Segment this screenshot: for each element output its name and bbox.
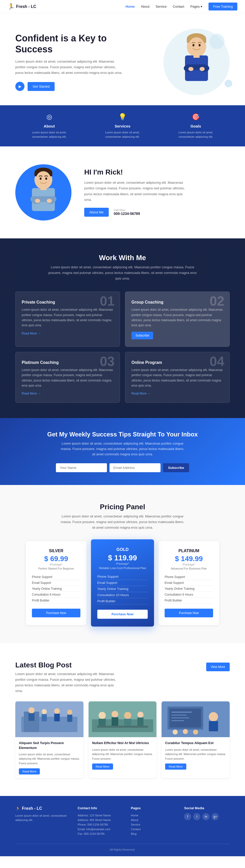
about-person-svg [19,165,68,219]
purchase-platinum-button[interactable]: Purchase Now [165,609,213,617]
footer-contact-1: Address: 123 Street Name [78,813,123,818]
footer-page-4[interactable]: Contact [131,827,177,832]
view-more-button[interactable]: View More [206,662,230,671]
nav-contact[interactable]: Contact [173,5,184,8]
blog-read-btn-2[interactable]: Read More [92,764,113,770]
feature-platinum-1: Phone Support [165,574,213,580]
newsletter-name-input[interactable] [56,463,107,472]
plan-per-gold: /Package* [97,562,148,565]
feature-platinum-5: Profit Builder [165,598,213,603]
svg-rect-54 [172,715,187,715]
logo-text: Fresh - LC [16,4,36,9]
blog-description: Lorem ipsum dolor sit amet, consectetuer… [15,671,117,694]
blog-card-3: Curabitur Tempus Aliquam Est Lorem ipsum… [162,702,230,778]
work-grid: 01 Private Coaching Lorem ipsum dolor si… [15,291,230,403]
logo-icon: 🏃 [8,3,14,10]
goals-icon: 🎯 [192,113,200,121]
about-text: HI I'm Rick! Lorem ipsum dolor sit amet,… [84,168,186,216]
plan-name-platinum: PLATINUM [165,549,213,553]
footer-page-5[interactable]: Blog [131,832,177,836]
footer-logo: 🏃 Fresh - LC [15,806,70,811]
svg-point-33 [54,708,60,714]
stat-services-title: Services [114,124,131,128]
nav-service[interactable]: Service [156,5,167,8]
plan-price-silver: $ 69.99 [32,555,80,563]
svg-point-11 [193,44,195,46]
blog-post-desc-3: Lorem ipsum dolor sit amet, consectetuer… [165,748,226,761]
stats-bar: ◎ About Lorem ipsum dolor sit amet, cons… [0,105,245,147]
footer-contact-3: Phone: 000-1234-56789 [78,822,123,827]
svg-point-41 [111,711,118,717]
about-icon: ◎ [46,113,52,121]
plan-features-gold: Phone Support Email Support Yearly Onlin… [97,574,148,604]
work-card-btn-1[interactable]: Read More → [22,332,41,335]
svg-point-51 [209,712,218,721]
blog-content-3: Curabitur Tempus Aliquam Est Lorem ipsum… [162,737,230,773]
footer-page-2[interactable]: About [131,818,177,822]
work-card-desc-2: Lorem ipsum dolor sit amet, consectetuer… [132,307,223,328]
svg-point-39 [99,712,106,719]
svg-rect-18 [40,187,46,190]
nav-about[interactable]: About [141,5,149,8]
plan-name-gold: GOLD [97,547,148,552]
stat-about: ◎ About Lorem ipsum dolor sit amet, cons… [15,113,83,139]
footer-pages-title: Pages [131,806,177,810]
footer-contact-4: Email: info@example.com [78,827,123,832]
newsletter-subscribe-button[interactable]: Subscribe [163,463,189,472]
work-card-btn-4[interactable]: Read More → [132,392,150,395]
blog-post-desc-2: Lorem ipsum dolor sit amet, consectetuer… [92,748,153,761]
get-started-button[interactable]: Get Started [28,82,55,91]
social-facebook-icon[interactable]: f [184,813,191,820]
feature-platinum-4: Consultation 6 Hours [165,592,213,598]
feature-gold-1: Phone Support [97,574,148,580]
stat-about-title: About [44,124,55,128]
work-card-4: 04 Online Program Lorem ipsum dolor sit … [125,352,230,403]
newsletter-email-input[interactable] [109,463,161,472]
blog-title: Latest Blog Post [15,661,117,669]
svg-rect-56 [172,720,184,721]
work-card-desc-1: Lorem ipsum dolor sit amet, consectetuer… [22,307,113,328]
svg-point-58 [183,729,188,734]
social-linkedin-icon[interactable]: in [202,813,210,820]
footer-contact: Contact Info Address: 123 Street Name Ad… [78,806,123,836]
hero-image [163,29,230,95]
stat-goals-title: Goals [190,124,201,128]
blog-read-btn-1[interactable]: Read More [19,768,40,774]
feature-gold-4: Consultation 10 Hours [97,592,148,598]
nav-home[interactable]: Home [126,5,135,8]
svg-rect-30 [28,713,34,721]
plan-price-gold: $ 119.99 [97,554,148,562]
plan-price-platinum: $ 149.99 [165,555,213,563]
work-inner: Work With Me Lorem ipsum dolor sit amet,… [15,254,230,403]
newsletter-title: Get My Weekly Success Tips Straight To Y… [15,431,230,438]
pricing-title: Pricing Panel [15,503,230,511]
blog-card-2: Nullam Efficitur Nisl At Nisl Ultricies … [89,702,157,778]
svg-point-45 [137,712,143,718]
work-card-btn-3[interactable]: Read More → [22,392,41,395]
nav-pages[interactable]: Pages ▾ [190,5,202,8]
work-header: Work With Me Lorem ipsum dolor sit amet,… [15,254,230,281]
social-twitter-icon[interactable]: t [193,813,200,820]
cta-button[interactable]: Free Training [209,3,237,10]
about-button[interactable]: About Me [84,208,109,217]
footer-page-1[interactable]: Home [131,813,177,818]
footer-page-3[interactable]: Service [131,822,177,827]
work-card-desc-4: Lorem ipsum dolor sit amet, consectetuer… [132,367,223,389]
feature-silver-2: Email Support [32,580,80,586]
footer-contact-2: Address: 456 Street Name [78,818,123,822]
phone-number: 000-1234-56789 [114,212,140,216]
stat-services-desc: Lorem ipsum dolor sit amet, consectetuer… [102,130,143,139]
pricing-card-gold: GOLD $ 119.99 /Package* Reliable Low-Cos… [91,539,154,627]
svg-point-24 [40,178,42,180]
play-button[interactable]: ▶ [15,82,25,91]
purchase-silver-button[interactable]: Purchase Now [32,609,80,617]
blog-read-btn-3[interactable]: Read More [165,764,186,770]
blog-header-left: Latest Blog Post Lorem ipsum dolor sit a… [15,661,117,694]
purchase-gold-button[interactable]: Purchase Now [97,610,148,619]
social-google-icon[interactable]: g+ [212,813,219,820]
work-card-btn-2[interactable]: Subscribe [132,332,153,339]
blog-card-1: Aliquam Sed Turpis Posuere Elementum Lor… [15,702,83,778]
work-card-3: 03 Platinum Coaching Lorem ipsum dolor s… [15,352,120,403]
svg-point-9 [188,67,194,71]
pricing-card-silver: SILVER $ 69.99 /Package* Perfect Started… [26,541,87,625]
